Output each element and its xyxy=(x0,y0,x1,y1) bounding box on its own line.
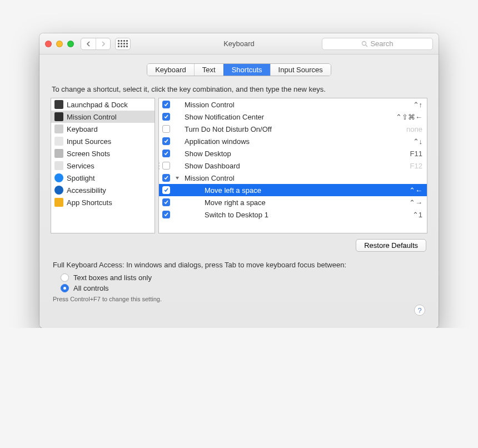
shortcut-key[interactable]: ⌃1 xyxy=(408,211,422,219)
category-accessibility[interactable]: Accessibility xyxy=(51,184,155,196)
tab-keyboard[interactable]: Keyboard xyxy=(147,64,194,76)
category-label: App Shortcuts xyxy=(67,198,112,207)
shortcut-row[interactable]: Move right a space⌃→ xyxy=(159,196,427,208)
zoom-button[interactable] xyxy=(67,41,74,47)
shortcut-row[interactable]: Application windows⌃↓ xyxy=(159,135,427,147)
category-keyboard[interactable]: Keyboard xyxy=(51,123,155,135)
shortcut-key[interactable]: none xyxy=(402,125,422,133)
shortcut-row[interactable]: Turn Do Not Disturb On/Offnone xyxy=(159,123,427,135)
spotlight-icon xyxy=(54,173,63,182)
shortcut-checkbox[interactable] xyxy=(162,174,170,182)
help-button[interactable]: ? xyxy=(414,305,425,316)
shortcut-label: Turn Do Not Disturb On/Off xyxy=(185,125,397,133)
shortcut-label: Mission Control xyxy=(185,101,404,109)
full-keyboard-access-label: Full Keyboard Access: In windows and dia… xyxy=(51,252,427,271)
fka-option-text-boxes[interactable]: Text boxes and lists only xyxy=(51,271,427,282)
shortcuts-list[interactable]: Mission Control⌃↑Show Notification Cente… xyxy=(158,98,427,233)
category-list[interactable]: Launchpad & DockMission ControlKeyboardI… xyxy=(51,98,155,233)
close-button[interactable] xyxy=(45,41,52,47)
restore-defaults-button[interactable]: Restore Defaults xyxy=(356,239,426,252)
tab-bar: Keyboard Text Shortcuts Input Sources xyxy=(39,54,439,83)
category-label: Services xyxy=(67,162,94,170)
appshortcuts-icon xyxy=(54,198,63,207)
category-appshortcuts[interactable]: App Shortcuts xyxy=(51,196,155,208)
shortcut-row[interactable]: Mission Control xyxy=(159,172,427,184)
category-launchpad[interactable]: Launchpad & Dock xyxy=(51,98,155,111)
radio-label: All controls xyxy=(73,284,109,292)
shortcut-row[interactable]: Mission Control⌃↑ xyxy=(159,98,427,111)
search-icon xyxy=(361,41,368,47)
minimize-button[interactable] xyxy=(56,41,63,47)
shortcut-key[interactable]: ⌃↓ xyxy=(409,137,423,146)
window-controls xyxy=(45,41,74,47)
shortcut-key[interactable]: ⌃← xyxy=(405,186,422,195)
back-button[interactable] xyxy=(81,38,96,49)
keyboard-icon xyxy=(54,125,63,133)
shortcut-checkbox[interactable] xyxy=(162,211,170,218)
disclosure-triangle-icon[interactable] xyxy=(175,176,180,180)
search-input[interactable]: Search xyxy=(322,38,433,50)
category-label: Input Sources xyxy=(67,137,111,146)
shortcut-row[interactable]: Move left a space⌃← xyxy=(159,184,427,196)
category-spotlight[interactable]: Spotlight xyxy=(51,172,155,184)
tab-text[interactable]: Text xyxy=(194,64,223,76)
category-label: Launchpad & Dock xyxy=(67,101,128,109)
preferences-window: Keyboard Search Keyboard Text Shortcuts … xyxy=(39,33,439,328)
category-label: Accessibility xyxy=(67,186,106,195)
shortcut-checkbox[interactable] xyxy=(162,113,170,121)
radio-all-controls[interactable] xyxy=(61,284,69,292)
shortcut-checkbox[interactable] xyxy=(162,125,170,133)
category-label: Mission Control xyxy=(67,113,117,121)
shortcut-key[interactable]: ⌃↑ xyxy=(409,101,423,109)
radio-text-boxes[interactable] xyxy=(61,273,69,282)
grid-icon xyxy=(118,40,128,47)
shortcut-label: Show Notification Center xyxy=(185,113,387,121)
services-icon xyxy=(54,161,63,170)
radio-label: Text boxes and lists only xyxy=(73,273,152,282)
shortcut-label: Show Desktop xyxy=(185,150,401,158)
shortcut-row[interactable]: Show Notification Center⌃⇧⌘← xyxy=(159,111,427,123)
accessibility-icon xyxy=(54,186,63,195)
forward-button[interactable] xyxy=(96,38,110,49)
shortcut-checkbox[interactable] xyxy=(162,150,170,157)
search-placeholder: Search xyxy=(370,39,393,48)
shortcut-row[interactable]: Show DesktopF11 xyxy=(159,147,427,160)
shortcut-checkbox[interactable] xyxy=(162,101,170,108)
category-label: Screen Shots xyxy=(67,150,110,158)
category-input[interactable]: Input Sources xyxy=(51,135,155,147)
fka-option-all-controls[interactable]: All controls xyxy=(51,282,427,292)
segmented-tabs: Keyboard Text Shortcuts Input Sources xyxy=(147,63,331,76)
shortcut-row[interactable]: Switch to Desktop 1⌃1 xyxy=(159,208,427,221)
shortcut-row[interactable]: Show DashboardF12 xyxy=(159,160,427,172)
svg-line-1 xyxy=(366,45,367,47)
category-services[interactable]: Services xyxy=(51,160,155,172)
shortcut-key[interactable]: ⌃⇧⌘← xyxy=(391,113,422,121)
category-mission[interactable]: Mission Control xyxy=(51,111,155,123)
svg-point-0 xyxy=(362,41,366,45)
shortcut-key[interactable]: F11 xyxy=(406,150,422,158)
shortcut-key[interactable]: F12 xyxy=(406,162,422,170)
instructions-label: To change a shortcut, select it, click t… xyxy=(51,83,427,98)
show-all-button[interactable] xyxy=(115,38,131,50)
pane-resize-grip[interactable] xyxy=(158,160,161,171)
tab-input-sources[interactable]: Input Sources xyxy=(270,64,331,76)
shortcut-checkbox[interactable] xyxy=(162,162,170,170)
launchpad-icon xyxy=(54,100,63,109)
content-area: To change a shortcut, select it, click t… xyxy=(39,83,439,328)
shortcut-key[interactable]: ⌃→ xyxy=(405,198,422,207)
mission-icon xyxy=(54,112,63,121)
category-screenshots[interactable]: Screen Shots xyxy=(51,147,155,160)
shortcut-label: Application windows xyxy=(185,137,404,146)
shortcut-label: Mission Control xyxy=(185,174,414,182)
titlebar: Keyboard Search xyxy=(39,33,439,54)
shortcut-label: Switch to Desktop 1 xyxy=(185,211,404,219)
shortcut-checkbox[interactable] xyxy=(162,198,170,206)
shortcut-checkbox[interactable] xyxy=(162,137,170,145)
category-label: Spotlight xyxy=(67,174,95,182)
panes: Launchpad & DockMission ControlKeyboardI… xyxy=(51,98,427,233)
tab-shortcuts[interactable]: Shortcuts xyxy=(223,64,270,76)
shortcut-label: Move right a space xyxy=(185,198,400,207)
shortcut-checkbox[interactable] xyxy=(162,186,170,194)
fka-hint: Press Control+F7 to change this setting. xyxy=(51,292,427,302)
shortcut-label: Move left a space xyxy=(185,186,400,195)
